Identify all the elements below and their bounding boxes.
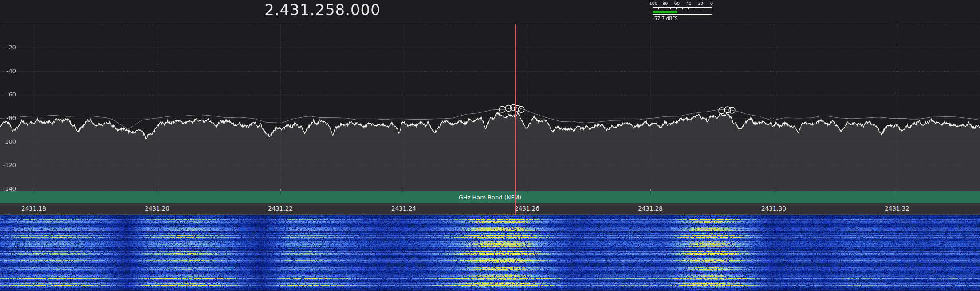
frequency-tick [280,191,281,194]
db-axis-label: -40 [0,68,16,75]
meter-tick-label: 0 [710,1,713,6]
meter-tick [706,8,706,9]
band-plan-bar[interactable]: GHz Ham Band (NFM) [0,191,980,203]
waterfall-canvas[interactable] [0,214,980,291]
meter-tick [658,8,659,9]
meter-tick [712,8,712,9]
meter-tick-label: -100 [648,1,657,6]
frequency-scale-label: 2431.28 [638,205,663,212]
frequency-tick [650,191,651,194]
meter-baseline [653,14,712,15]
meter-tick-label: -20 [697,1,704,6]
meter-tick [676,8,677,9]
frequency-scale-label: 2431.18 [21,205,46,212]
meter-tick [670,8,671,9]
frequency-scale-label: 2431.22 [268,205,293,212]
frequency-scale-label: 2431.32 [885,205,909,212]
meter-level-bar [653,11,677,13]
meter-tick [688,8,689,9]
band-plan-label: GHz Ham Band (NFM) [459,194,521,201]
meter-value-label: -57.7 dBFS [653,16,678,21]
frequency-scale-label: 2431.30 [761,205,786,212]
db-axis-label: -80 [0,115,16,122]
meter-ruler [653,7,712,10]
frequency-scale[interactable]: 2431.182431.202431.222431.242431.262431.… [0,203,980,214]
frequency-tick [34,191,34,194]
meter-tick [665,8,665,9]
frequency-display[interactable]: 2.431.258.000 [264,1,381,19]
spectrum-canvas[interactable] [0,0,980,191]
db-axis-label: -60 [0,91,16,98]
db-axis-label: -100 [0,138,16,145]
frequency-tick [774,191,774,194]
meter-tick-label: -40 [685,1,692,6]
meter-tick [694,8,694,9]
frequency-scale-label: 2431.26 [515,205,539,212]
meter-tick-label: -80 [661,1,668,6]
scale-separator [0,214,980,214]
sdr-main-window: 2.431.258.000 -100-80-60-40-200 -57.7 dB… [0,0,980,291]
db-axis-label: -20 [0,44,16,51]
meter-tick [653,8,653,9]
frequency-scale-label: 2431.20 [145,205,169,212]
meter-tick [682,8,683,9]
frequency-tick [157,191,157,194]
meter-tick-label: -60 [673,1,680,6]
frequency-tick [404,191,404,194]
frequency-tick [527,191,527,194]
frequency-tick [897,191,897,194]
signal-strength-meter: -100-80-60-40-200 -57.7 dBFS [649,1,715,20]
db-axis-label: -120 [0,162,16,169]
meter-tick [700,8,700,9]
tuning-marker[interactable] [515,24,516,214]
frequency-scale-label: 2431.24 [391,205,416,212]
